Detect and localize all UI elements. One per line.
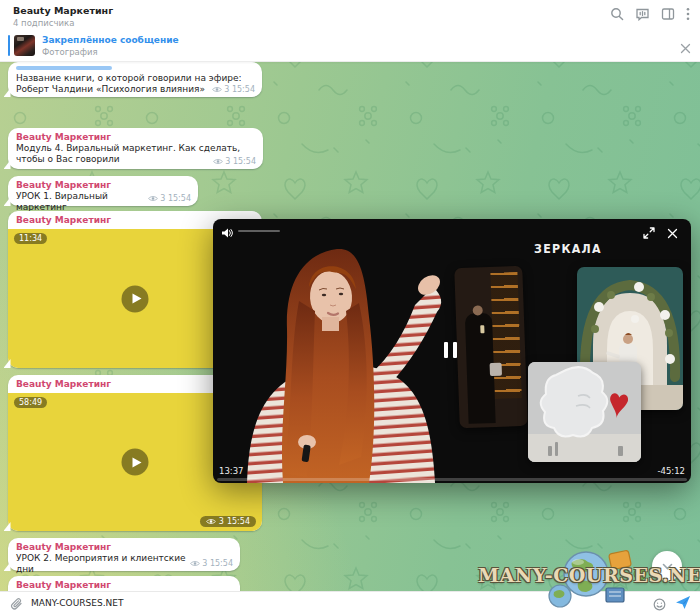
video-duration-badge: 58:49 xyxy=(14,397,47,408)
pinned-label: Закреплённое сообщение xyxy=(42,35,179,45)
header-actions xyxy=(610,7,690,21)
slide-title: ЗЕРКАЛА xyxy=(521,241,615,256)
sender-name[interactable]: Beauty Маркетинг xyxy=(16,180,190,191)
message-bubble: Beauty Маркетинг УРОК 2. Мероприятия и к… xyxy=(8,538,240,571)
backlit-shelves xyxy=(490,272,521,399)
slide-photo-wavy-mirror xyxy=(528,362,641,462)
message-time: 15:54 xyxy=(232,85,255,94)
pause-button[interactable] xyxy=(444,342,457,358)
chat-header: Beauty Маркетинг 4 подписчика xyxy=(0,0,700,30)
sender-name[interactable]: Beauty Маркетинг xyxy=(16,132,255,143)
attach-icon[interactable] xyxy=(10,596,23,613)
video-duration-badge: 11:34 xyxy=(14,233,47,244)
expand-icon[interactable] xyxy=(643,224,655,243)
handbag xyxy=(490,363,502,376)
volume-icon[interactable] xyxy=(221,224,233,243)
telegram-channel-window: Beauty Маркетинг 4 подписчика Закреплённ… xyxy=(0,0,700,613)
discussion-icon[interactable] xyxy=(635,7,650,21)
pinned-kind: Фотография xyxy=(42,47,98,57)
message-bubble: Название книги, о которой говорили на эф… xyxy=(8,62,262,97)
search-icon[interactable] xyxy=(610,7,624,21)
volume-slider[interactable] xyxy=(238,230,280,232)
play-icon xyxy=(132,457,141,467)
video-frame-speaker xyxy=(219,245,457,483)
sender-name[interactable]: Beauty Маркетинг xyxy=(16,542,232,553)
pinned-accent-bar xyxy=(8,35,10,56)
message-time: 15:54 xyxy=(233,157,256,166)
subscriber-count: 4 подписчика xyxy=(13,18,74,28)
message-meta: 3 15:54 xyxy=(212,85,255,94)
message-input[interactable] xyxy=(31,592,411,613)
close-icon[interactable] xyxy=(680,39,691,58)
channel-title: Beauty Маркетинг xyxy=(13,5,113,16)
video-player-overlay: ЗЕРКАЛА xyxy=(213,219,691,483)
message-meta: 3 15:54 xyxy=(148,194,191,203)
message-time: 15:54 xyxy=(168,194,191,203)
message-bubble: Beauty Маркетинг УРОК 1. Виральный марке… xyxy=(8,176,198,206)
message-meta: 3 15:54 xyxy=(213,157,256,166)
view-count: 3 xyxy=(224,85,229,94)
menu-icon[interactable] xyxy=(686,7,690,21)
play-button[interactable] xyxy=(122,285,149,312)
view-count: 3 xyxy=(160,194,165,203)
watermark-text: MANY-COURSES.NET xyxy=(478,564,700,586)
message-meta: 3 15:54 xyxy=(190,559,233,568)
view-count: 3 xyxy=(202,559,207,568)
close-icon[interactable] xyxy=(667,224,678,243)
clipped-link-fragment xyxy=(16,66,112,70)
message-time: 15:54 xyxy=(210,559,233,568)
message-time: 15:54 xyxy=(227,517,250,526)
sender-name[interactable]: Beauty Маркетинг xyxy=(16,580,232,591)
phone-glow xyxy=(480,325,484,333)
sidebar-icon[interactable] xyxy=(661,7,675,21)
remaining-time: -45:12 xyxy=(657,466,685,476)
message-bubble: Beauty Маркетинг Модуль 4. Виральный мар… xyxy=(8,128,263,169)
slide-photo-mirror-selfie-dark xyxy=(454,266,528,428)
pinned-thumbnail xyxy=(14,35,35,56)
view-count: 3 xyxy=(219,517,224,526)
seek-bar[interactable] xyxy=(217,478,687,481)
play-button[interactable] xyxy=(122,449,149,476)
send-button[interactable] xyxy=(675,595,691,613)
play-icon xyxy=(132,294,141,304)
pinned-message-bar[interactable]: Закреплённое сообщение Фотография xyxy=(0,30,700,62)
elapsed-time: 13:37 xyxy=(219,466,244,476)
message-meta: 3 15:54 xyxy=(200,516,256,527)
view-count: 3 xyxy=(225,157,230,166)
emoji-icon[interactable] xyxy=(653,596,666,613)
